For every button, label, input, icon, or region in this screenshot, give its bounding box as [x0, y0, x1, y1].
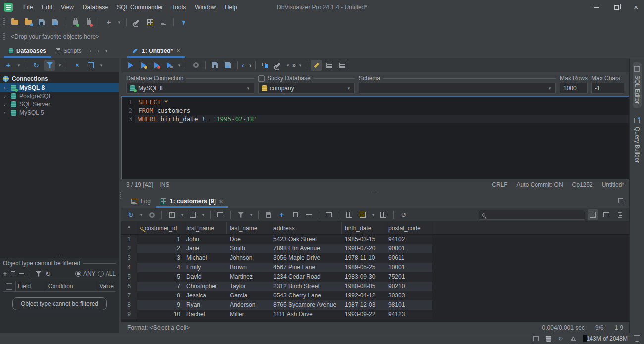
table-cell[interactable]: 3	[137, 253, 183, 263]
row-number-cell[interactable]: 8	[121, 300, 137, 310]
menu-sql-commander[interactable]: SQL Commander	[112, 2, 167, 13]
editor-code[interactable]: SELECT *FROM customersWHERE birth_date !…	[135, 97, 629, 179]
column-header-first_name[interactable]: first_name	[183, 222, 227, 234]
table-cell[interactable]: 2312 Birch Street	[270, 282, 342, 291]
duplicate-row-button[interactable]	[290, 209, 301, 220]
chevron-down-icon[interactable]: ▾	[117, 20, 122, 25]
table-cell[interactable]: 75201	[385, 272, 432, 282]
tab-untitled-editor[interactable]: 1: Untitled* ×	[127, 44, 185, 58]
table-cell[interactable]: 90210	[385, 282, 432, 291]
result-target-button[interactable]	[337, 60, 348, 71]
apply-filter-button[interactable]	[36, 271, 42, 277]
delete-row-button[interactable]	[303, 209, 314, 220]
execute-current-button[interactable]	[138, 60, 149, 71]
activity-icon[interactable]: ↻	[558, 336, 563, 342]
table-cell[interactable]: David	[183, 272, 227, 282]
tab-log[interactable]: Log	[126, 195, 156, 208]
chevron-down-icon[interactable]: ▾	[285, 63, 290, 68]
tab-scroll-right-icon[interactable]: ›	[97, 48, 99, 54]
table-cell[interactable]: 1990-07-20	[342, 244, 385, 253]
table-cell[interactable]: 90001	[385, 244, 432, 253]
pin-columns-button[interactable]	[357, 209, 368, 220]
undo-grid-button[interactable]: ↺	[398, 209, 409, 220]
gc-trash-icon[interactable]	[635, 337, 639, 342]
table-cell[interactable]: Christopher	[183, 282, 227, 291]
save-button[interactable]	[36, 17, 47, 28]
compare-grid-button[interactable]	[344, 209, 355, 220]
export-grid-button[interactable]	[166, 209, 177, 220]
table-cell[interactable]: 5423 Oak Street	[270, 235, 342, 244]
table-cell[interactable]: 3056 Maple Drive	[270, 253, 342, 263]
table-data-button[interactable]	[145, 17, 156, 28]
code-line[interactable]: WHERE birth_date != '1995-02-18'	[135, 115, 629, 123]
menu-edit[interactable]: Edit	[37, 2, 56, 13]
table-cell[interactable]: 60611	[385, 253, 432, 263]
sql-editor[interactable]: 123 SELECT *FROM customersWHERE birth_da…	[121, 96, 629, 179]
table-cell[interactable]: 1980-08-05	[342, 282, 385, 291]
add-filter-button[interactable]: +	[3, 271, 7, 277]
connect-button[interactable]	[70, 17, 81, 28]
row-number-cell[interactable]: 7	[121, 291, 137, 300]
table-cell[interactable]: 5	[137, 272, 183, 282]
table-cell[interactable]: 98101	[385, 300, 432, 310]
code-line[interactable]: SELECT *	[135, 98, 629, 106]
table-cell[interactable]: 10	[137, 310, 183, 319]
table-cell[interactable]: 7	[137, 282, 183, 291]
table-cell[interactable]: 7898 Elm Avenue	[270, 244, 342, 253]
chevron-down-icon[interactable]: ▾	[177, 63, 182, 68]
table-cell[interactable]: 1978-11-10	[342, 253, 385, 263]
result-layout-button[interactable]	[324, 60, 335, 71]
table-cell[interactable]: 9	[137, 300, 183, 310]
table-cell[interactable]: 94123	[385, 310, 432, 319]
row-number-cell[interactable]: 4	[121, 263, 137, 272]
filter-tree-button[interactable]	[44, 60, 55, 71]
chevron-right-icon[interactable]: ›	[4, 85, 8, 91]
layout-grid-button[interactable]	[378, 209, 389, 220]
row-number-cell[interactable]: 1	[121, 235, 137, 244]
table-cell[interactable]: Rachel	[183, 310, 227, 319]
console-icon[interactable]	[533, 336, 539, 341]
menu-tools[interactable]: Tools	[167, 2, 190, 13]
grid-view-toggle[interactable]	[588, 209, 598, 220]
pointer-button[interactable]	[178, 17, 189, 28]
tree-item-mysql-8[interactable]: ›MySQL 8	[0, 83, 119, 92]
result-tab-close-icon[interactable]: ×	[219, 198, 223, 205]
refresh-filter-button[interactable]: ↻	[45, 271, 51, 277]
database-dropdown[interactable]: company ▾	[258, 83, 355, 94]
describe-button[interactable]	[215, 209, 226, 220]
tools-button[interactable]	[131, 17, 142, 28]
restore-button[interactable]	[614, 5, 619, 10]
menu-database[interactable]: Database	[78, 2, 112, 13]
eol-indicator[interactable]: CRLF	[492, 181, 507, 188]
collapse-all-button[interactable]: ×	[72, 60, 83, 71]
table-cell[interactable]: Brown	[227, 263, 270, 272]
sticky-database-checkbox[interactable]	[258, 75, 265, 82]
grid-options-button[interactable]	[187, 209, 198, 220]
tree-item-postgresql[interactable]: ›PostgreSQL	[0, 92, 119, 100]
table-cell[interactable]: Jessica	[183, 291, 227, 300]
table-cell[interactable]: Miller	[227, 310, 270, 319]
table-cell[interactable]: Taylor	[227, 282, 270, 291]
table-cell[interactable]: 6543 Cherry Lane	[270, 291, 342, 300]
filter-empty-button[interactable]: Object type cannot be filtered	[12, 297, 107, 310]
table-cell[interactable]: 10001	[385, 263, 432, 272]
execute-options-button[interactable]	[164, 60, 175, 71]
table-cell[interactable]: Doe	[227, 235, 270, 244]
favorites-grip[interactable]	[3, 33, 5, 41]
connection-dropdown[interactable]: MySQL 8 ▾	[126, 83, 254, 94]
tree-root[interactable]: Connections	[0, 74, 119, 83]
row-number-cell[interactable]: 6	[121, 282, 137, 291]
table-cell[interactable]: 1111 Ash Drive	[270, 310, 342, 319]
monitor-button[interactable]	[158, 17, 169, 28]
chevron-down-icon[interactable]: ▾	[249, 212, 254, 217]
table-cell[interactable]: 1985-03-15	[342, 235, 385, 244]
column-header-last_name[interactable]: last_name	[227, 222, 270, 234]
chevron-right-icon[interactable]: ›	[4, 101, 8, 107]
max-rows-input[interactable]: 1000	[560, 83, 588, 94]
table-cell[interactable]: Ryan	[183, 300, 227, 310]
save-sql-as-button[interactable]	[222, 60, 233, 71]
save-grid-button[interactable]	[263, 209, 274, 220]
table-cell[interactable]: 8	[137, 291, 183, 300]
minimize-button[interactable]	[594, 7, 599, 8]
history-back-button[interactable]: ‹	[242, 61, 244, 69]
